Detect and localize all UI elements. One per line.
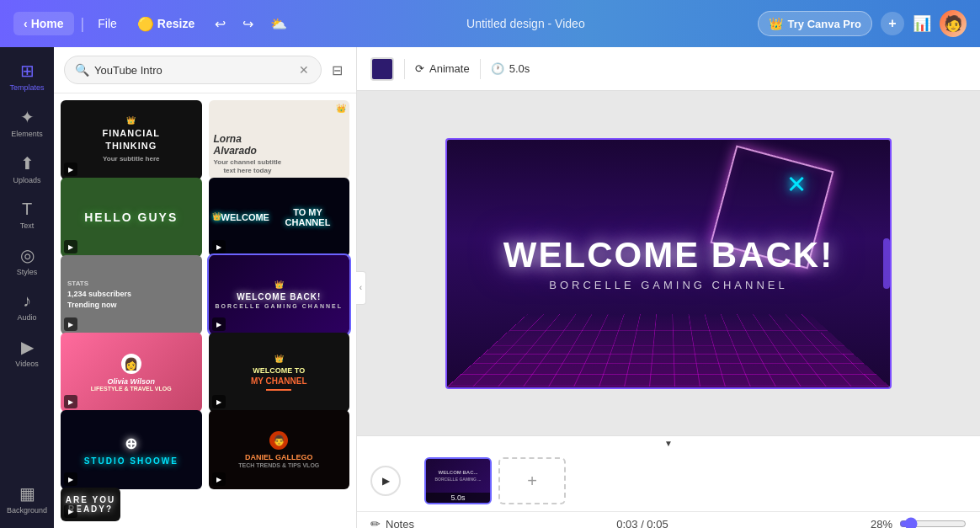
search-input-wrap: 🔍 ✕	[64, 56, 322, 84]
crown-icon: 👑	[769, 17, 783, 30]
text-icon: T	[22, 200, 32, 219]
styles-icon: ◎	[20, 245, 35, 265]
channel-text: BORCELLE GAMING CHANNEL	[549, 279, 787, 291]
zoom-slider[interactable]	[899, 517, 967, 528]
sidebar-item-uploads[interactable]: ⬆ Uploads	[3, 147, 51, 191]
timeline-arrow-up[interactable]	[357, 436, 980, 451]
sidebar-item-elements[interactable]: ✦ Elements	[3, 100, 51, 145]
clock-icon: 🕐	[491, 62, 504, 75]
resize-label: Resize	[157, 17, 194, 30]
notes-icon: ✏	[370, 517, 381, 528]
toolbar-separator-2	[480, 59, 481, 79]
play-overlay-5: ▶	[212, 317, 226, 331]
avatar[interactable]: 🧑	[940, 10, 967, 37]
play-overlay-7: ▶	[212, 395, 226, 408]
undo-redo-group: ↩ ↪ ⛅	[208, 13, 294, 35]
scene-thumbnail[interactable]: WELCOM BAC... BORCELLE GAMING ... 5.0s	[424, 457, 492, 504]
topbar-right: 👑 Try Canva Pro + 📊 🧑	[758, 10, 967, 37]
canvas-toolbar: ⟳ Animate 🕐 5.0s	[357, 47, 980, 91]
status-bar: ✏ Notes 0:03 / 0:05 28%	[357, 511, 980, 528]
home-label: Home	[31, 17, 64, 30]
canvas-resize-handle[interactable]	[883, 238, 890, 289]
play-button[interactable]: ▶	[370, 466, 401, 496]
add-scene-button[interactable]: +	[498, 457, 566, 504]
sidebar-item-text[interactable]: T Text	[3, 193, 51, 237]
play-overlay-2: ▶	[64, 240, 77, 253]
styles-label: Styles	[17, 268, 38, 276]
scene-thumb-inner: WELCOM BAC... BORCELLE GAMING ...	[426, 459, 490, 493]
play-overlay-9: ▶	[212, 472, 226, 486]
templates-icon: ⊞	[20, 61, 35, 81]
clear-search-button[interactable]: ✕	[297, 61, 311, 78]
undo-button[interactable]: ↩	[208, 13, 232, 35]
canvas-viewport[interactable]: ✕ WELCOME BACK! BORCELLE GAMING CHANNEL	[357, 91, 980, 435]
template-card-lorna[interactable]: Lorna Alvarado Your channel subtitletext…	[209, 100, 350, 179]
canvas-content: ✕ WELCOME BACK! BORCELLE GAMING CHANNEL	[447, 140, 890, 387]
template-card-welcome-back[interactable]: 👑 WELCOME BACK! BORCELLE GAMING CHANNEL …	[209, 255, 350, 334]
videos-label: Videos	[15, 360, 38, 368]
sidebar-item-videos[interactable]: ▶ Videos	[3, 330, 51, 375]
play-overlay: ▶	[64, 163, 77, 176]
template-card-studio[interactable]: ⊕ STUDIO SHOOWE ▶	[61, 410, 202, 489]
neon-x-icon: ✕	[787, 165, 806, 200]
videos-icon: ▶	[21, 337, 34, 357]
color-swatch[interactable]	[370, 57, 394, 81]
templates-panel: 🔍 ✕ ⊟ 👑 FINANCIAL THINKING Your subtitle…	[54, 47, 357, 528]
animate-icon: ⟳	[415, 62, 424, 75]
template-card-areyouready[interactable]: ARE YOU READY? ▶	[61, 488, 120, 521]
template-card-welcome-orange[interactable]: 👑 WELCOME TO MY CHANNEL ▶	[209, 333, 350, 412]
scene-label: WELCOM BAC...	[435, 470, 482, 476]
template-card-daniel[interactable]: 👨 DANIEL GALLEGO TECH TRENDS & TIPS VLOG…	[209, 410, 350, 489]
add-button[interactable]: +	[881, 12, 904, 35]
canva-pro-button[interactable]: 👑 Try Canva Pro	[758, 11, 872, 36]
search-input[interactable]	[94, 64, 292, 77]
search-icon: 🔍	[75, 63, 89, 77]
template-card-helloguy[interactable]: HELLO GUYS ▶	[61, 178, 202, 257]
welcome-text: WELCOME BACK!	[503, 235, 834, 275]
home-button[interactable]: ‹ Home	[13, 12, 74, 35]
timeline: ▶ WELCOM BAC... BORCELLE GAMING ... 5.0s…	[357, 435, 980, 528]
notes-button[interactable]: ✏ Notes	[370, 517, 414, 528]
zoom-percentage: 28%	[871, 518, 892, 529]
text-label: Text	[20, 221, 35, 230]
animate-button[interactable]: ⟳ Animate	[415, 62, 470, 75]
play-overlay-6: ▶	[64, 395, 77, 408]
time-display: 0:03 / 0:05	[616, 518, 668, 529]
sidebar-item-templates[interactable]: ⊞ Templates	[3, 54, 51, 99]
filter-button[interactable]: ⊟	[328, 59, 346, 82]
sidebar-icons: ⊞ Templates ✦ Elements ⬆ Uploads T Text …	[0, 47, 54, 528]
uploads-icon: ⬆	[20, 153, 35, 173]
elements-label: Elements	[11, 130, 43, 138]
analytics-button[interactable]: 📊	[913, 14, 931, 33]
sidebar-item-audio[interactable]: ♪ Audio	[3, 285, 51, 328]
notes-label: Notes	[386, 518, 414, 529]
canva-pro-label: Try Canva Pro	[788, 18, 861, 30]
canvas-frame: ✕ WELCOME BACK! BORCELLE GAMING CHANNEL	[445, 138, 892, 389]
file-button[interactable]: File	[91, 13, 124, 34]
sidebar-item-styles[interactable]: ◎ Styles	[3, 238, 51, 283]
template-card-olivia[interactable]: 👩 Olivia Wilson LIFESTYLE & TRAVEL VLOG …	[61, 333, 202, 412]
redo-button[interactable]: ↪	[236, 13, 260, 35]
template-card-financial[interactable]: 👑 FINANCIAL THINKING Your subtitle here …	[61, 100, 202, 179]
topbar-center: Untitled design - Video	[304, 17, 747, 30]
canvas-area: ⟳ Animate 🕐 5.0s ✕ WELCOM	[357, 47, 980, 528]
duration-button[interactable]: 🕐 5.0s	[491, 62, 530, 75]
sidebar-item-background[interactable]: ▦ Background	[3, 477, 51, 521]
collapse-panel-handle[interactable]: ‹	[356, 271, 366, 305]
scene-sublabel: BORCELLE GAMING ...	[435, 477, 482, 482]
template-card-welcome-dark[interactable]: 👑 WELCOME TO MY CHANNEL ▶	[209, 178, 350, 257]
resize-button[interactable]: 🟡 Resize	[130, 13, 201, 35]
timeline-tracks: WELCOM BAC... BORCELLE GAMING ... 5.0s +	[411, 457, 967, 504]
background-label: Background	[7, 506, 47, 515]
play-overlay-4: ▶	[64, 317, 77, 331]
grid-floor	[447, 314, 890, 387]
toolbar-separator	[404, 59, 405, 79]
cloud-save-button[interactable]: ⛅	[264, 13, 294, 35]
template-grid: 👑 FINANCIAL THINKING Your subtitle here …	[54, 93, 356, 528]
scene-duration: 5.0s	[426, 493, 490, 503]
audio-icon: ♪	[23, 291, 31, 311]
resize-icon: 🟡	[137, 16, 154, 32]
play-overlay-10: ▶	[64, 504, 77, 518]
template-card-grey[interactable]: STATS 1,234 subscribersTrending now ▶	[61, 255, 202, 334]
templates-label: Templates	[9, 83, 44, 92]
